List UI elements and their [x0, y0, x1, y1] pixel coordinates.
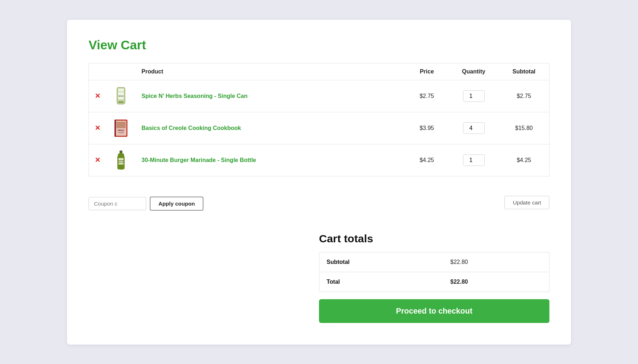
qty-cell-1: [449, 112, 499, 144]
svg-rect-7: [116, 122, 126, 128]
svg-rect-1: [118, 89, 124, 91]
cart-page: View Cart Product Price Quantity Subtota…: [67, 20, 571, 345]
svg-rect-10: [114, 120, 116, 137]
remove-cell-1: ✕: [89, 112, 107, 144]
svg-rect-4: [118, 101, 123, 103]
product-image-2: BURGER MARINADE: [112, 149, 130, 171]
image-cell-2: BURGER MARINADE: [106, 144, 136, 176]
svg-text:COOKING: COOKING: [118, 132, 124, 134]
image-cell-1: CREOLE COOKING: [106, 112, 136, 144]
total-row: Total $22.80: [319, 272, 549, 292]
col-header-subtotal: Subtotal: [499, 63, 549, 80]
table-row: ✕ CREOLE COOKING Basics of Creole Cookin…: [89, 112, 549, 144]
remove-button-2[interactable]: ✕: [95, 156, 100, 164]
product-image-0: SPICE: [112, 85, 130, 107]
price-cell-2: $4.25: [405, 144, 449, 176]
name-cell-2: 30-Minute Burger Marinade - Single Bottl…: [136, 144, 405, 176]
remove-cell-0: ✕: [89, 80, 107, 112]
subtotal-cell-2: $4.25: [499, 144, 549, 176]
coupon-input[interactable]: [89, 197, 146, 210]
svg-text:BURGER: BURGER: [118, 160, 124, 162]
subtotal-row: Subtotal $22.80: [319, 252, 549, 272]
qty-input-2[interactable]: [463, 154, 485, 166]
cart-totals-title: Cart totals: [319, 232, 549, 245]
remove-button-1[interactable]: ✕: [95, 124, 100, 132]
col-header-product: Product: [136, 63, 405, 80]
col-header-price: Price: [405, 63, 449, 80]
table-row: ✕ SPICE Spice N' Herbs Seasoning - Singl…: [89, 80, 549, 112]
name-cell-0: Spice N' Herbs Seasoning - Single Can: [136, 80, 405, 112]
subtotal-cell-1: $15.80: [499, 112, 549, 144]
total-value: $22.80: [443, 272, 549, 292]
svg-text:MARINADE: MARINADE: [118, 162, 124, 163]
remove-cell-2: ✕: [89, 144, 107, 176]
price-cell-1: $3.95: [405, 112, 449, 144]
qty-cell-0: [449, 80, 499, 112]
update-cart-button[interactable]: Update cart: [504, 196, 549, 209]
subtotal-cell-0: $2.75: [499, 80, 549, 112]
cart-totals-section: Cart totals Subtotal $22.80 Total $22.80…: [319, 232, 549, 323]
image-cell-0: SPICE: [106, 80, 136, 112]
product-link-2[interactable]: 30-Minute Burger Marinade - Single Bottl…: [141, 157, 256, 163]
qty-input-1[interactable]: [463, 122, 485, 134]
svg-text:SPICE: SPICE: [118, 95, 124, 97]
subtotal-label: Subtotal: [319, 252, 443, 272]
col-header-remove: [89, 63, 107, 80]
table-row: ✕ BURGER MARINADE 30-Minute Burger Marin…: [89, 144, 549, 176]
page-title: View Cart: [89, 38, 549, 52]
cart-table: Product Price Quantity Subtotal ✕ SPICE …: [89, 63, 549, 176]
product-link-0[interactable]: Spice N' Herbs Seasoning - Single Can: [141, 93, 248, 99]
product-image-1: CREOLE COOKING: [112, 117, 130, 139]
coupon-section: Apply coupon: [89, 191, 203, 214]
apply-coupon-button[interactable]: Apply coupon: [150, 197, 203, 211]
totals-table: Subtotal $22.80 Total $22.80: [319, 252, 549, 292]
proceed-to-checkout-button[interactable]: Proceed to checkout: [319, 299, 549, 323]
product-link-1[interactable]: Basics of Creole Cooking Cookbook: [141, 125, 241, 131]
qty-cell-2: [449, 144, 499, 176]
remove-button-0[interactable]: ✕: [95, 92, 100, 100]
svg-rect-11: [120, 150, 122, 153]
col-header-quantity: Quantity: [449, 63, 499, 80]
subtotal-value: $22.80: [443, 252, 549, 272]
cart-actions: Apply coupon Update cart: [89, 187, 549, 214]
col-header-image: [106, 63, 136, 80]
svg-text:CREOLE: CREOLE: [118, 130, 125, 131]
total-label: Total: [319, 272, 443, 292]
qty-input-0[interactable]: [463, 90, 485, 102]
name-cell-1: Basics of Creole Cooking Cookbook: [136, 112, 405, 144]
price-cell-0: $2.75: [405, 80, 449, 112]
